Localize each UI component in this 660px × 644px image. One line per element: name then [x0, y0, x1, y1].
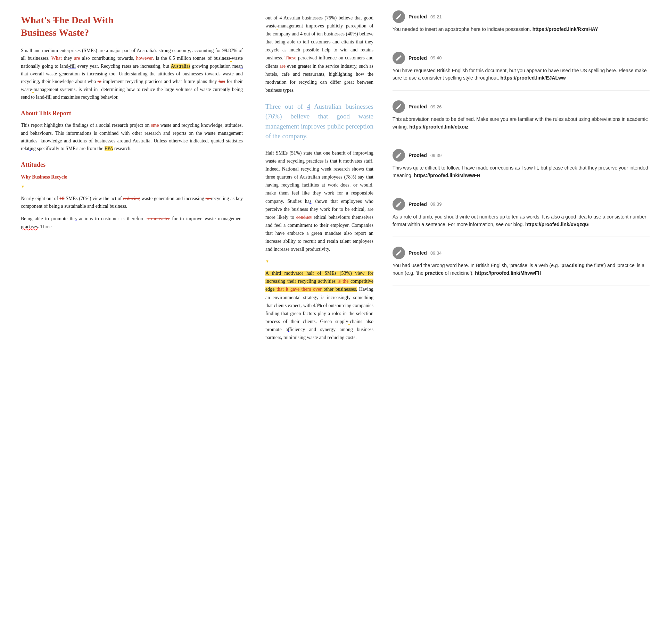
comment-4-time: 09:39: [430, 153, 442, 158]
mark-mean: n: [240, 64, 243, 69]
comment-1-header: Proofed 09:21: [393, 10, 650, 23]
strike-to: to: [98, 79, 101, 84]
comment-4-author: Proofed: [409, 152, 427, 158]
comment-1-body: You needed to insert an apostrophe here …: [393, 26, 650, 33]
comment-2: Proofed 09:40 You have requested British…: [393, 52, 650, 91]
proofed-icon-5: [395, 201, 402, 208]
center-continuation: out of 4 Austrian businesses (76%) belie…: [265, 14, 373, 94]
mark-waste: ‑: [230, 56, 232, 62]
comment-1: Proofed 09:21 You needed to insert an ap…: [393, 10, 650, 42]
mark-relating: i: [30, 146, 31, 151]
comment-3-body: This abbreviation needs to be defined. M…: [393, 116, 650, 131]
comment-2-time: 09:40: [430, 55, 442, 60]
comment-2-link[interactable]: https://proofed.link/EJALww: [501, 75, 566, 81]
mark-this: s: [75, 216, 76, 221]
comment-6: Proofed 09:34 You had used the wrong wor…: [393, 247, 650, 286]
mark-recycling: c: [305, 166, 307, 172]
comment-2-header: Proofed 09:40: [393, 52, 650, 64]
comment-6-author: Proofed: [409, 250, 427, 256]
promote-paragraph: Being able to promote this actions to cu…: [21, 215, 243, 231]
mark-has: s: [310, 199, 311, 204]
comment-2-author: Proofed: [409, 55, 427, 61]
comment-6-body: You had used the wrong word here. In Bri…: [393, 262, 650, 277]
comment-3-header: Proofed 09:26: [393, 100, 650, 113]
proofed-icon-2: [395, 55, 402, 61]
mark-4b: 4: [300, 31, 303, 36]
comment-1-link[interactable]: https://proofed.link/RxmHAY: [533, 26, 598, 32]
strike-conduct: conduct: [296, 215, 312, 220]
strike-sme: sme: [151, 123, 159, 128]
comment-5-time: 09:39: [430, 201, 442, 207]
mark-half: a: [269, 150, 271, 156]
mark-waste-center: ‑: [277, 23, 278, 30]
pullquote: Three out of 4 Australian businesses (76…: [265, 102, 373, 141]
mark-fill: ‑fill: [68, 64, 76, 69]
center-document-panel: out of 4 Austrian businesses (76%) belie…: [257, 0, 382, 644]
proofed-icon-4: [395, 152, 402, 159]
strike-what: What: [51, 56, 62, 61]
comment-3-link[interactable]: https://proofed.link/ctxoiz: [409, 124, 468, 130]
mark-4: 4: [279, 15, 282, 20]
strike-has: has: [218, 79, 225, 84]
strike-however: however,: [136, 56, 154, 61]
strike-10: 10: [59, 196, 64, 201]
about-heading: About This Report: [21, 108, 243, 118]
mark-behavior: .: [117, 94, 119, 100]
strike-that-it-gave: that it gave them over: [277, 287, 322, 292]
comment-3-avatar: [393, 100, 405, 113]
proofed-icon-3: [395, 103, 402, 110]
comment-2-avatar: [393, 52, 405, 64]
intro-paragraph: Small and medium enterprises (SMEs) are …: [21, 47, 243, 101]
comment-3-author: Proofed: [409, 104, 427, 109]
comment-1-time: 09:21: [430, 14, 442, 19]
comment-5-avatar: [393, 198, 405, 210]
mark-ethical: ,: [364, 207, 366, 212]
center-body: out of 4 Austrian businesses (76%) belie…: [265, 14, 373, 341]
comment-4-link[interactable]: https://proofed.link/MhwwFH: [414, 173, 480, 178]
strike-is-the: is the: [338, 279, 349, 284]
comment-1-avatar: [393, 10, 405, 23]
mark-supply: ‑: [348, 319, 350, 325]
comment-1-author: Proofed: [409, 14, 427, 19]
strike-these: These: [285, 55, 296, 60]
comments-panel: Proofed 09:21 You needed to insert an ap…: [382, 0, 660, 644]
comment-5-author: Proofed: [409, 201, 427, 207]
comment-2-body: You have requested British English for t…: [393, 67, 650, 82]
highlight-third: A third motivator half of SMEs (53%) vie…: [265, 271, 373, 292]
comment-5: Proofed 09:39 As a rule of thumb, you sh…: [393, 198, 650, 237]
comment-4-body: This was quite difficult to follow. I ha…: [393, 164, 650, 179]
proofed-icon-6: [395, 249, 402, 256]
comment-6-link[interactable]: https://proofed.link/MhwwFH: [475, 270, 541, 276]
mark-pullquote-4: 4: [307, 103, 311, 110]
yellow-mark-center: ▼: [265, 258, 373, 264]
proofed-icon-1: [395, 13, 402, 20]
mark-waste2: ‑: [32, 87, 34, 93]
comment-3: Proofed 09:26 This abbreviation needs to…: [393, 100, 650, 139]
comment-4: Proofed 09:39 This was quite difficult t…: [393, 149, 650, 188]
mark-systems: ,: [75, 87, 77, 92]
attitudes-heading: Attitudes: [21, 160, 243, 170]
strike-are: are: [280, 64, 286, 69]
about-paragraph: This report highlights the findings of a…: [21, 122, 243, 153]
strike-reducing: reducing: [123, 196, 140, 201]
document-body-left: Small and medium enterprises (SMEs) are …: [21, 47, 243, 231]
comment-4-header: Proofed 09:39: [393, 149, 650, 162]
comment-6-avatar: [393, 247, 405, 259]
title-strikethrough-the: T: [53, 15, 59, 25]
yellow-note-mark: ▼: [21, 184, 243, 190]
recycle-paragraph: Nearly eight out of 10 SMEs (76%) view t…: [21, 195, 243, 210]
third-motivator-paragraph: A third motivator half of SMEs (53%) vie…: [265, 269, 373, 341]
comment-5-link[interactable]: https://proofed.link/xVqzqG: [525, 222, 589, 227]
highlight-australias: Australias: [171, 64, 190, 69]
comment-5-body: As a rule of thumb, you should write out…: [393, 213, 650, 228]
comment-5-header: Proofed 09:39: [393, 198, 650, 210]
strike-a-motivater: a motivater: [147, 216, 170, 221]
mark-landfill2: ‑fill: [44, 94, 52, 100]
highlight-epa: EPA: [105, 146, 113, 151]
comment-4-avatar: [393, 149, 405, 162]
strike-to: to-: [206, 196, 211, 201]
half-smes-paragraph: Half SMEs (51%) state that one benefit o…: [265, 149, 373, 253]
document-title: What's The Deal With Business Waste?: [21, 14, 243, 39]
left-document-panel: What's The Deal With Business Waste? Sma…: [0, 0, 257, 644]
title-strikethrough-i: i: [102, 15, 105, 25]
